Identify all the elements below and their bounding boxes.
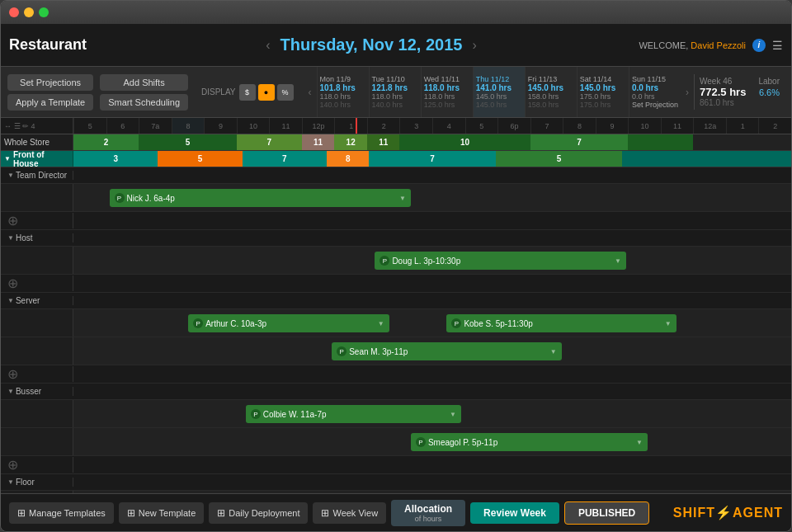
close-button[interactable]: [9, 7, 19, 17]
ws-seg5: 12: [334, 134, 367, 150]
day-hrs2-fri: 158.0 hrs: [528, 92, 574, 101]
schedule-area: ↔ ☰ ✏ 4 5 6 7a 8 9 10 11 12p 1 2 3 4 5 6…: [1, 118, 791, 493]
welcome-label: WELCOME, David Pezzoli: [639, 40, 746, 50]
day-sub-fri: 158.0 hrs: [528, 101, 574, 109]
maximize-button[interactable]: [39, 7, 49, 17]
next-week-button[interactable]: ›: [472, 38, 476, 53]
day-sub-sat: 175.0 hrs: [580, 101, 626, 109]
add-team-director-button[interactable]: ⊕: [1, 213, 73, 228]
add-server-button[interactable]: ⊕: [1, 366, 73, 382]
allocation-button[interactable]: Allocation of hours: [391, 500, 465, 526]
add-host-button[interactable]: ⊕: [1, 275, 73, 291]
days-columns: ‹ Mon 11/9 101.8 hrs 118.0 hrs 140.0 hrs…: [304, 67, 785, 117]
front-of-house-label: ▼ Front of House: [1, 151, 73, 167]
day-header-sun: Sun 11/15 0.0 hrs 0.0 hrs Set Projection: [629, 67, 681, 117]
day-header-thu: Thu 11/12 141.0 hrs 145.0 hrs 145.0 hrs: [473, 67, 525, 117]
new-template-icon: ⊞: [127, 507, 135, 519]
set-projections-button[interactable]: Set Projections: [7, 74, 93, 91]
whole-store-row: Whole Store 2 5 7 11 12 11 10 7: [1, 134, 791, 151]
day-name-sun: Sun 11/15: [632, 75, 678, 83]
ws-seg7: 10: [399, 134, 530, 150]
busser-content2: P Smeagol P. 5p-11p ▼: [73, 428, 791, 455]
display-group: DISPLAY $ ● %: [201, 84, 294, 101]
day-hrs1-mon: 101.8 hrs: [320, 83, 366, 92]
manage-templates-icon: ⊞: [17, 507, 26, 519]
host-content: P Doug L. 3p-10:30p ▼: [73, 247, 791, 274]
floor-label-row: ▼ Floor: [1, 474, 791, 491]
busser-shift-row1: P Colbie W. 11a-7p ▼: [1, 400, 791, 428]
header-right: WELCOME, David Pezzoli i ☰: [634, 39, 783, 52]
display-circle-icon[interactable]: ●: [258, 84, 275, 101]
traffic-lights: [9, 7, 49, 17]
foh-bars: 3 5 7 8 7 5: [73, 151, 791, 167]
server-content2: P Sean M. 3p-11p ▼: [73, 337, 791, 365]
next-day-arrow[interactable]: ›: [681, 87, 694, 98]
time-ruler: ↔ ☰ ✏ 4 5 6 7a 8 9 10 11 12p 1 2 3 4 5 6…: [1, 118, 791, 134]
day-hrs2-thu: 145.0 hrs: [476, 92, 522, 101]
day-header-tue: Tue 11/10 121.8 hrs 118.0 hrs 140.0 hrs: [369, 67, 421, 117]
new-template-button[interactable]: ⊞ New Template: [119, 502, 205, 524]
menu-icon[interactable]: ☰: [772, 39, 783, 52]
busser-shift2[interactable]: P Smeagol P. 5p-11p ▼: [411, 433, 648, 451]
server-shift1[interactable]: P Arthur C. 10a-3p ▼: [188, 314, 389, 332]
front-of-house-header: ▼ Front of House 3 5 7 8 7 5: [1, 151, 791, 167]
week-labor-pct: 6.6%: [759, 87, 780, 97]
published-button[interactable]: PUBLISHED: [564, 501, 649, 525]
display-dollar-icon[interactable]: $: [239, 84, 256, 101]
day-hrs2-mon: 118.0 hrs: [320, 92, 366, 101]
info-icon[interactable]: i: [752, 39, 766, 52]
team-director-shift[interactable]: P Nick J. 6a-4p ▼: [110, 189, 411, 207]
week-view-button[interactable]: ⊞ Week View: [313, 502, 386, 524]
days-header-row: ‹ Mon 11/9 101.8 hrs 118.0 hrs 140.0 hrs…: [304, 67, 785, 117]
day-hrs2-tue: 118.0 hrs: [372, 92, 418, 101]
brand-logo: SHIFT⚡AGENT: [673, 505, 783, 520]
day-hrs2-sun: 0.0 hrs: [632, 92, 678, 101]
day-hrs1-sun: 0.0 hrs: [632, 83, 678, 92]
add-shifts-button[interactable]: Add Shifts: [100, 74, 188, 91]
server-shift2[interactable]: P Kobe S. 5p-11:30p ▼: [446, 314, 676, 332]
apply-template-button[interactable]: Apply a Template: [7, 94, 93, 111]
titlebar: [1, 1, 791, 24]
server-shift-row1: P Arthur C. 10a-3p ▼ P Kobe S. 5p-11:30p…: [1, 309, 791, 337]
busser-label: ▼ Busser: [1, 387, 73, 396]
schedule-scroll[interactable]: ↔ ☰ ✏ 4 5 6 7a 8 9 10 11 12p 1 2 3 4 5 6…: [1, 118, 791, 493]
day-hrs2-sat: 175.0 hrs: [580, 92, 626, 101]
time-ticks: 5 6 7a 8 9 10 11 12p 1 2 3 4 5 6p 7 8 9: [73, 118, 791, 134]
day-hrs1-thu: 141.0 hrs: [476, 83, 522, 92]
busser-add-row: ⊕: [1, 456, 791, 474]
smart-scheduling-button[interactable]: Smart Scheduling: [100, 94, 188, 111]
set-projection-link[interactable]: Set Projection: [632, 101, 678, 109]
day-name-thu: Thu 11/12: [476, 75, 522, 83]
host-label-row: ▼ Host: [1, 230, 791, 247]
day-hrs1-tue: 121.8 hrs: [372, 83, 418, 92]
whole-store-label: Whole Store: [1, 134, 73, 150]
display-percent-icon[interactable]: %: [277, 84, 294, 101]
busser-shift1[interactable]: P Colbie W. 11a-7p ▼: [246, 405, 461, 423]
add-busser-button[interactable]: ⊕: [1, 457, 73, 473]
manage-templates-button[interactable]: ⊞ Manage Templates: [9, 502, 114, 524]
prev-week-button[interactable]: ‹: [266, 38, 270, 53]
day-headers: Mon 11/9 101.8 hrs 118.0 hrs 140.0 hrs T…: [317, 67, 681, 117]
host-shift[interactable]: P Doug L. 3p-10:30p ▼: [375, 252, 626, 270]
server-shift-row2: P Sean M. 3p-11p ▼: [1, 337, 791, 365]
day-name-fri: Fri 11/13: [528, 75, 574, 83]
display-icons: $ ● %: [239, 84, 294, 101]
restaurant-name: Restaurant: [9, 36, 108, 54]
prev-day-arrow[interactable]: ‹: [304, 87, 317, 98]
minimize-button[interactable]: [24, 7, 34, 17]
server-label-row: ▼ Server: [1, 293, 791, 309]
day-hrs1-fri: 145.0 hrs: [528, 83, 574, 92]
server-shift3[interactable]: P Sean M. 3p-11p ▼: [332, 342, 561, 360]
whole-store-bars: 2 5 7 11 12 11 10 7: [73, 134, 791, 150]
review-week-button[interactable]: Review Week: [470, 502, 559, 524]
busser-shift-row2: P Smeagol P. 5p-11p ▼: [1, 428, 791, 456]
team-director-label-row: ▼ Team Director: [1, 167, 791, 184]
daily-deployment-icon: ⊞: [217, 507, 225, 519]
display-label: DISPLAY: [201, 87, 236, 97]
day-header-sat: Sat 11/14 145.0 hrs 175.0 hrs 175.0 hrs: [577, 67, 629, 117]
team-director-content: P Nick J. 6a-4p ▼: [73, 184, 791, 211]
button-group-right: Add Shifts Smart Scheduling: [100, 74, 188, 111]
daily-deployment-button[interactable]: ⊞ Daily Deployment: [209, 502, 308, 524]
main-window: Restaurant ‹ Thursday, Nov 12, 2015 › WE…: [0, 0, 792, 532]
ws-seg6: 11: [367, 134, 400, 150]
